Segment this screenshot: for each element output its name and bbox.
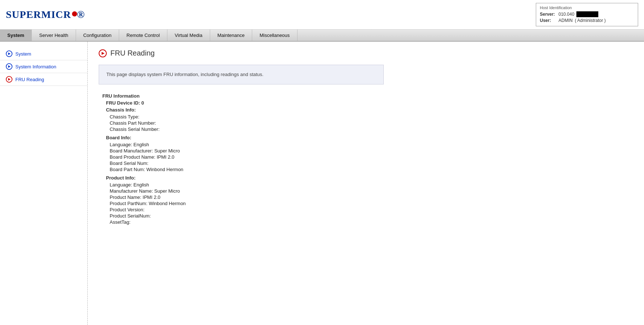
sidebar-item-fru-reading[interactable]: FRU Reading bbox=[0, 73, 87, 86]
board-manufacturer-row: Board Manufacturer: Super Micro bbox=[102, 148, 384, 154]
user-value: ADMIN bbox=[558, 18, 573, 23]
product-info-header: Product Info: bbox=[102, 175, 384, 181]
chassis-type-label: Chassis Type: bbox=[110, 114, 139, 120]
manufacturer-name-label: Manufacturer Name: bbox=[110, 188, 154, 194]
server-value: 010.040 bbox=[558, 12, 574, 17]
board-language-value: English bbox=[133, 142, 149, 147]
board-product-name-label: Board Product Name: bbox=[110, 154, 157, 160]
header: SUPERMICR ® Host Identification Server: … bbox=[0, 0, 644, 30]
main-layout: System System Information FRU Reading bbox=[0, 42, 644, 325]
user-role: ( Administrator ) bbox=[575, 18, 606, 23]
product-version-row: Product Version: bbox=[102, 207, 384, 212]
board-manufacturer-value: Super Micro bbox=[154, 148, 180, 154]
nav-maintenance[interactable]: Maintenance bbox=[210, 30, 252, 41]
arrow-circle-icon-red bbox=[6, 76, 12, 83]
asset-tag-row: AssetTag: bbox=[102, 219, 384, 225]
product-version-label: Product Version: bbox=[110, 207, 144, 212]
nav-virtual-media[interactable]: Virtual Media bbox=[167, 30, 210, 41]
nav-miscellaneous[interactable]: Miscellaneous bbox=[252, 30, 297, 41]
nav-remote-control[interactable]: Remote Control bbox=[119, 30, 167, 41]
arrow-circle-icon-blue-2 bbox=[6, 63, 12, 70]
board-product-name-row: Board Product Name: IPMI 2.0 bbox=[102, 154, 384, 160]
fru-section: FRU Information FRU Device ID: 0 Chassis… bbox=[99, 93, 384, 225]
server-ip-redacted: ████ bbox=[576, 11, 598, 17]
asset-tag-label: AssetTag: bbox=[110, 219, 130, 225]
chassis-serial-number-label: Chassis Serial Number: bbox=[110, 126, 160, 132]
board-product-name-value: IPMI 2.0 bbox=[157, 154, 174, 160]
nav-configuration[interactable]: Configuration bbox=[76, 30, 119, 41]
product-language-label: Language: bbox=[110, 182, 133, 188]
sidebar-label-system: System bbox=[15, 51, 31, 57]
page-title-icon bbox=[99, 49, 107, 57]
board-part-num-value: Winbond Hermon bbox=[146, 167, 183, 172]
logo-text: SUPERMICR bbox=[6, 9, 71, 20]
product-part-num-row: Product PartNum: Winbond Hermon bbox=[102, 201, 384, 206]
sidebar-label-fru-reading: FRU Reading bbox=[15, 77, 44, 82]
host-id-title: Host Identification bbox=[540, 5, 634, 10]
chassis-serial-number-row: Chassis Serial Number: bbox=[102, 126, 384, 132]
page-title-row: FRU Reading bbox=[99, 49, 633, 57]
product-serial-num-row: Product SerialNum: bbox=[102, 213, 384, 219]
nav-system[interactable]: System bbox=[0, 30, 32, 41]
board-part-num-row: Board Part Num: Winbond Hermon bbox=[102, 167, 384, 172]
svg-marker-7 bbox=[102, 52, 105, 55]
server-row: Server: 010.040 ████ bbox=[540, 11, 634, 17]
product-part-num-label: Product PartNum: bbox=[110, 201, 149, 206]
svg-marker-3 bbox=[8, 65, 10, 68]
sidebar-label-system-information: System Information bbox=[15, 64, 56, 69]
board-language-label: Language: bbox=[110, 142, 133, 147]
user-row: User: ADMIN ( Administrator ) bbox=[540, 18, 634, 23]
sidebar-item-system-information[interactable]: System Information bbox=[0, 60, 87, 73]
chassis-part-number-row: Chassis Part Number: bbox=[102, 120, 384, 126]
product-name-row: Product Name: IPMI 2.0 bbox=[102, 194, 384, 200]
product-part-num-value: Winbond Hermon bbox=[149, 201, 186, 206]
svg-marker-1 bbox=[8, 52, 10, 55]
logo: SUPERMICR ® bbox=[6, 9, 85, 20]
sidebar-item-system[interactable]: System bbox=[0, 48, 87, 60]
arrow-circle-icon-blue bbox=[6, 50, 12, 57]
board-serial-num-label: Board Serial Num: bbox=[110, 160, 148, 166]
info-box: This page displays system FRU informatio… bbox=[99, 65, 384, 84]
product-name-label: Product Name: bbox=[110, 194, 143, 200]
fru-device-id-label: FRU Device ID: bbox=[106, 100, 141, 106]
fru-info-header: FRU Information bbox=[102, 93, 384, 99]
info-box-text: This page displays system FRU informatio… bbox=[106, 72, 264, 77]
product-language-row: Language: English bbox=[102, 182, 384, 188]
board-manufacturer-label: Board Manufacturer: bbox=[110, 148, 154, 154]
logo-suffix: ® bbox=[77, 9, 85, 20]
manufacturer-name-row: Manufacturer Name: Super Micro bbox=[102, 188, 384, 194]
board-info-header: Board Info: bbox=[102, 135, 384, 140]
product-name-value: IPMI 2.0 bbox=[143, 194, 160, 200]
sidebar: System System Information FRU Reading bbox=[0, 42, 88, 325]
product-serial-num-label: Product SerialNum: bbox=[110, 213, 151, 219]
product-language-value: English bbox=[133, 182, 149, 188]
host-identification: Host Identification Server: 010.040 ████… bbox=[536, 3, 638, 26]
chassis-part-number-label: Chassis Part Number: bbox=[110, 120, 156, 126]
fru-device-id-value: 0 bbox=[141, 100, 144, 106]
svg-marker-5 bbox=[8, 78, 10, 80]
page-title: FRU Reading bbox=[110, 49, 155, 57]
board-serial-num-row: Board Serial Num: bbox=[102, 160, 384, 166]
board-language-row: Language: English bbox=[102, 142, 384, 147]
user-label: User: bbox=[540, 18, 556, 23]
nav-server-health[interactable]: Server Health bbox=[32, 30, 76, 41]
logo-dot bbox=[72, 11, 77, 16]
server-label: Server: bbox=[540, 12, 556, 17]
content-area: FRU Reading This page displays system FR… bbox=[88, 42, 644, 325]
navbar: System Server Health Configuration Remot… bbox=[0, 30, 644, 42]
fru-device-id-row: FRU Device ID: 0 bbox=[102, 100, 384, 106]
board-part-num-label: Board Part Num: bbox=[110, 167, 146, 172]
manufacturer-name-value: Super Micro bbox=[154, 188, 180, 194]
chassis-type-row: Chassis Type: bbox=[102, 114, 384, 120]
chassis-info-header: Chassis Info: bbox=[102, 107, 384, 113]
